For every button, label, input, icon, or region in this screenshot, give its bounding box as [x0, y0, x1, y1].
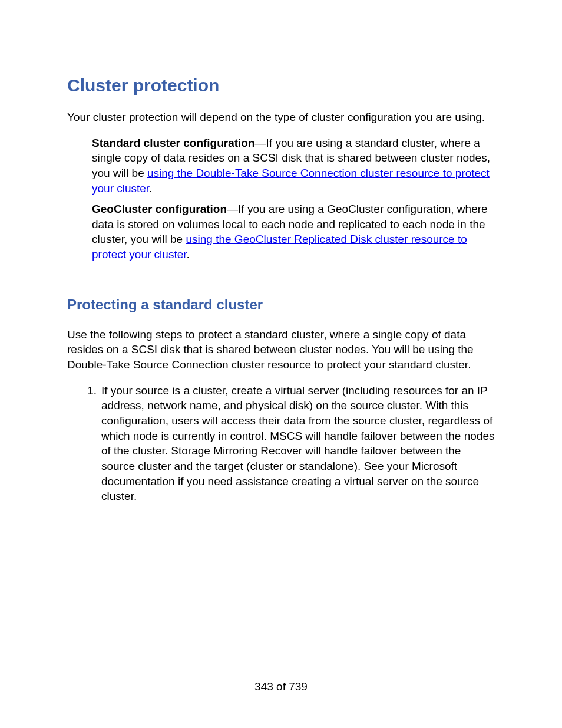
page-footer: 343 of 739	[0, 680, 562, 693]
step-text: If your source is a cluster, create a vi…	[101, 383, 497, 504]
steps-list: 1. If your source is a cluster, create a…	[85, 383, 497, 504]
geo-dash: —	[227, 203, 238, 215]
standard-dash: —	[255, 137, 266, 149]
step-number: 1.	[85, 383, 101, 504]
intro-paragraph: Your cluster protection will depend on t…	[67, 110, 497, 125]
standard-config-block: Standard cluster configuration—If you ar…	[92, 136, 497, 196]
standard-text-after: .	[149, 182, 152, 195]
geo-text-after: .	[187, 248, 190, 261]
geo-config-label: GeoCluster configuration	[92, 203, 227, 215]
geo-config-block: GeoCluster configuration—If you are usin…	[92, 202, 497, 262]
section-heading: Protecting a standard cluster	[67, 297, 497, 313]
list-item: 1. If your source is a cluster, create a…	[85, 383, 497, 504]
page-title: Cluster protection	[67, 75, 497, 95]
standard-config-label: Standard cluster configuration	[92, 137, 255, 149]
protecting-intro-paragraph: Use the following steps to protect a sta…	[67, 327, 497, 373]
